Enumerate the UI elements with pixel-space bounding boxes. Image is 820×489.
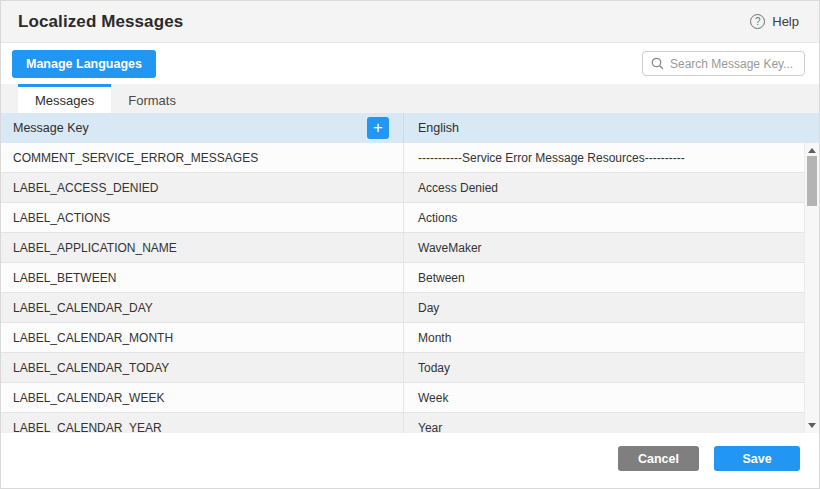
table-row[interactable]: LABEL_CALENDAR_YEAR Year: [1, 413, 804, 433]
vertical-scrollbar[interactable]: [804, 143, 819, 433]
scroll-down-icon[interactable]: [808, 423, 816, 428]
english-value-cell[interactable]: Today: [404, 353, 804, 382]
table-row[interactable]: LABEL_ACCESS_DENIED Access Denied: [1, 173, 804, 203]
message-key-cell[interactable]: LABEL_CALENDAR_YEAR: [1, 413, 404, 433]
message-key-cell[interactable]: LABEL_ACCESS_DENIED: [1, 173, 404, 202]
english-value-cell[interactable]: WaveMaker: [404, 233, 804, 262]
column-header-english: English: [404, 113, 819, 143]
message-key-cell[interactable]: LABEL_CALENDAR_WEEK: [1, 383, 404, 412]
page-title: Localized Messages: [18, 12, 183, 32]
add-message-button[interactable]: +: [367, 117, 389, 139]
table-row[interactable]: LABEL_ACTIONS Actions: [1, 203, 804, 233]
english-value-cell[interactable]: Year: [404, 413, 804, 433]
table-body: COMMENT_SERVICE_ERROR_MESSAGES ---------…: [1, 143, 819, 433]
english-value-cell[interactable]: Access Denied: [404, 173, 804, 202]
plus-icon: +: [373, 119, 383, 136]
toolbar: Manage Languages: [1, 43, 819, 84]
message-key-cell[interactable]: LABEL_ACTIONS: [1, 203, 404, 232]
english-column-label: English: [418, 121, 459, 135]
english-value-cell[interactable]: Week: [404, 383, 804, 412]
table-row[interactable]: LABEL_CALENDAR_DAY Day: [1, 293, 804, 323]
tab-messages[interactable]: Messages: [18, 84, 111, 113]
tab-bar: Messages Formats: [1, 84, 819, 113]
table-row[interactable]: LABEL_CALENDAR_TODAY Today: [1, 353, 804, 383]
table-rows: COMMENT_SERVICE_ERROR_MESSAGES ---------…: [1, 143, 804, 433]
cancel-button[interactable]: Cancel: [618, 446, 699, 471]
message-key-cell[interactable]: LABEL_CALENDAR_MONTH: [1, 323, 404, 352]
table-row[interactable]: COMMENT_SERVICE_ERROR_MESSAGES ---------…: [1, 143, 804, 173]
column-header-message-key: Message Key +: [1, 113, 404, 143]
message-key-cell[interactable]: COMMENT_SERVICE_ERROR_MESSAGES: [1, 143, 404, 172]
english-value-cell[interactable]: Actions: [404, 203, 804, 232]
table-header: Message Key + English: [1, 113, 819, 143]
table-row[interactable]: LABEL_APPLICATION_NAME WaveMaker: [1, 233, 804, 263]
search-icon: [651, 57, 664, 70]
dialog-header: Localized Messages ? Help: [1, 1, 819, 43]
scroll-up-icon[interactable]: [808, 148, 816, 153]
search-input[interactable]: [670, 57, 796, 71]
message-key-cell[interactable]: LABEL_APPLICATION_NAME: [1, 233, 404, 262]
scrollbar-thumb[interactable]: [807, 156, 817, 206]
message-key-column-label: Message Key: [13, 121, 89, 135]
search-box[interactable]: [642, 51, 805, 76]
message-key-cell[interactable]: LABEL_CALENDAR_DAY: [1, 293, 404, 322]
english-value-cell[interactable]: Month: [404, 323, 804, 352]
english-value-cell[interactable]: -----------Service Error Message Resourc…: [404, 143, 804, 172]
save-button[interactable]: Save: [714, 446, 800, 471]
english-value-cell[interactable]: Day: [404, 293, 804, 322]
english-value-cell[interactable]: Between: [404, 263, 804, 292]
help-button[interactable]: ? Help: [750, 14, 799, 29]
manage-languages-button[interactable]: Manage Languages: [12, 50, 156, 78]
table-row[interactable]: LABEL_BETWEEN Between: [1, 263, 804, 293]
question-circle-icon: ?: [750, 14, 765, 29]
table-row[interactable]: LABEL_CALENDAR_MONTH Month: [1, 323, 804, 353]
table-row[interactable]: LABEL_CALENDAR_WEEK Week: [1, 383, 804, 413]
message-key-cell[interactable]: LABEL_CALENDAR_TODAY: [1, 353, 404, 382]
tab-formats[interactable]: Formats: [111, 84, 193, 113]
message-key-cell[interactable]: LABEL_BETWEEN: [1, 263, 404, 292]
localized-messages-dialog: Localized Messages ? Help Manage Languag…: [0, 0, 820, 489]
help-label: Help: [772, 14, 799, 29]
footer-actions: Cancel Save: [618, 446, 800, 471]
